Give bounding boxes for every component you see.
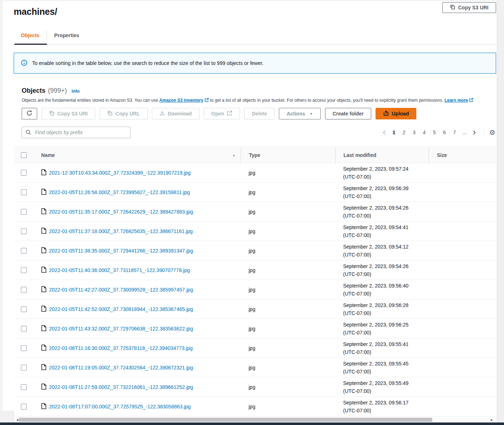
object-name-link[interactable]: 2022-01-05T11:35:17.000Z_37.726422629_-1… xyxy=(49,209,193,215)
download-button[interactable]: Download xyxy=(152,108,200,119)
object-modified-date: September 2, 2023, 09:56:25 xyxy=(343,321,408,329)
vertical-scrollbar[interactable] xyxy=(497,0,504,423)
scroll-right-arrow-icon[interactable]: ► xyxy=(489,418,495,422)
gear-icon: ⚙ xyxy=(489,129,495,136)
object-size xyxy=(429,260,496,280)
pagination-page-1[interactable]: 1 xyxy=(390,130,398,135)
pagination-page-2[interactable]: 2 xyxy=(400,130,408,135)
object-last-modified: September 2, 2023, 09:55:41 (UTC-07:00) xyxy=(335,338,429,358)
row-checkbox[interactable] xyxy=(21,189,27,195)
select-all-checkbox[interactable] xyxy=(21,152,27,158)
object-modified-timezone: (UTC-07:00) xyxy=(343,290,371,298)
file-icon xyxy=(41,189,47,196)
object-name-link[interactable]: 2022-01-06T11:16:30.000Z_37.725378118_-1… xyxy=(49,345,193,351)
objects-panel-header: Objects (999+) Info Objects are the fund… xyxy=(14,87,496,138)
tab-properties[interactable]: Properties xyxy=(47,32,86,38)
search-input[interactable] xyxy=(22,127,131,138)
object-name-link[interactable]: 2022-01-05T11:38:35.000Z_37.729441266_-1… xyxy=(49,248,193,254)
object-modified-date: September 2, 2023, 09:56:39 xyxy=(343,184,408,192)
copy-icon xyxy=(107,110,113,117)
row-checkbox[interactable] xyxy=(21,267,27,273)
search-box xyxy=(22,127,131,138)
copy-s3-uri-header-label: Copy S3 URI xyxy=(458,5,488,10)
object-name-link[interactable]: 2022-01-05T11:42:52.000Z_37.730818944_-1… xyxy=(49,306,193,312)
tab-objects[interactable]: Objects xyxy=(14,32,47,38)
object-name-link[interactable]: 2022-01-05T11:37:18.000Z_37.726825635_-1… xyxy=(49,228,193,234)
row-checkbox[interactable] xyxy=(21,287,27,293)
external-link-icon xyxy=(469,98,473,103)
horizontal-scrollbar-thumb[interactable] xyxy=(19,418,432,422)
object-modified-timezone: (UTC-07:00) xyxy=(343,231,371,239)
object-name-link[interactable]: 2022-01-06T11:27:59.000Z_37.732216061_-1… xyxy=(49,384,193,390)
upload-button[interactable]: Upload xyxy=(376,108,416,119)
row-checkbox[interactable] xyxy=(21,306,27,312)
download-icon xyxy=(159,110,165,117)
learn-more-link[interactable]: Learn more xyxy=(444,98,468,103)
row-checkbox[interactable] xyxy=(21,326,27,332)
copy-url-button[interactable]: Copy URL xyxy=(100,108,148,119)
object-name-link[interactable]: 2022-01-05T11:26:58.000Z_37.723995827_-1… xyxy=(49,189,190,195)
object-size xyxy=(429,202,496,222)
object-type: jpg xyxy=(241,299,335,319)
refresh-button[interactable] xyxy=(22,108,37,119)
table-row: 2022-01-05T11:35:17.000Z_37.726422629_-1… xyxy=(14,202,496,222)
caret-down-icon: ▼ xyxy=(310,112,313,116)
object-modified-timezone: (UTC-07:00) xyxy=(343,192,371,200)
object-size xyxy=(429,222,496,241)
copy-s3-uri-header-button[interactable]: Copy S3 URI xyxy=(442,2,496,13)
object-name-link[interactable]: 2022-01-05T11:40:36.000Z_37.73118571_-12… xyxy=(49,267,190,273)
object-name-link[interactable]: 2022-01-08T17:07:00.000Z_37.72579525_-12… xyxy=(49,404,190,409)
pagination-page-6[interactable]: 6 xyxy=(441,130,448,135)
actions-dropdown-button[interactable]: Actions ▼ xyxy=(279,108,320,119)
row-checkbox[interactable] xyxy=(21,384,27,390)
tab-properties-label: Properties xyxy=(54,32,79,38)
object-size xyxy=(429,319,496,338)
window-edge-left xyxy=(0,0,3,423)
object-name-link[interactable]: 2022-01-05T11:42:27.000Z_37.730099528_-1… xyxy=(49,287,193,293)
object-size xyxy=(429,377,496,397)
copy-s3-uri-button[interactable]: Copy S3 URI xyxy=(41,108,95,119)
preferences-button[interactable]: ⚙ xyxy=(488,128,496,137)
object-name-link[interactable]: 2021-12-30T10:43:34.000Z_37.72324399_-12… xyxy=(49,170,190,176)
row-checkbox[interactable] xyxy=(21,248,27,254)
info-link[interactable]: Info xyxy=(72,89,80,94)
amazon-s3-inventory-link[interactable]: Amazon S3 inventory xyxy=(159,98,203,103)
pagination-previous-button[interactable] xyxy=(380,130,389,135)
row-checkbox[interactable] xyxy=(21,345,27,351)
delete-button[interactable]: Delete xyxy=(244,108,275,119)
object-size xyxy=(429,397,496,416)
object-modified-timezone: (UTC-07:00) xyxy=(343,309,371,317)
bottom-dark-bar xyxy=(0,422,504,425)
open-button[interactable]: Open xyxy=(204,108,240,119)
info-icon xyxy=(21,60,27,67)
horizontal-scrollbar[interactable]: ◄ ► xyxy=(14,417,496,423)
object-last-modified: September 2, 2023, 09:56:40 (UTC-07:00) xyxy=(335,280,429,299)
pagination-next-button[interactable] xyxy=(470,130,479,135)
copy-icon xyxy=(450,4,455,11)
create-folder-button[interactable]: Create folder xyxy=(325,108,371,119)
table-row: 2021-12-30T10:43:34.000Z_37.72324399_-12… xyxy=(14,163,496,183)
row-checkbox[interactable] xyxy=(21,228,27,234)
object-size xyxy=(429,358,496,377)
object-last-modified: September 2, 2023, 09:54:26 (UTC-07:00) xyxy=(335,260,429,280)
table-row: 2022-01-05T11:42:27.000Z_37.730099528_-1… xyxy=(14,280,496,299)
table-row: 2022-01-06T11:16:30.000Z_37.725378118_-1… xyxy=(14,338,496,358)
pagination-page-5[interactable]: 5 xyxy=(431,130,438,135)
row-checkbox[interactable] xyxy=(21,404,27,409)
object-size xyxy=(429,163,496,183)
row-checkbox[interactable] xyxy=(21,209,27,215)
object-modified-date: September 2, 2023, 09:56:28 xyxy=(343,301,408,309)
sort-ascending-icon: ▲ xyxy=(232,153,236,157)
actions-label: Actions xyxy=(286,111,305,117)
page-title: machines/ xyxy=(14,6,57,17)
row-checkbox[interactable] xyxy=(21,365,27,371)
object-name-link[interactable]: 2022-01-05T11:43:32.000Z_37.729706638_-1… xyxy=(49,326,193,332)
row-checkbox[interactable] xyxy=(21,170,27,176)
table-row: 2022-01-05T11:43:32.000Z_37.729706638_-1… xyxy=(14,319,496,338)
pagination-page-7[interactable]: 7 xyxy=(451,130,458,135)
file-icon xyxy=(41,325,47,332)
pagination-page-3[interactable]: 3 xyxy=(411,130,418,135)
pagination-page-4[interactable]: 4 xyxy=(421,130,428,135)
table-row: 2022-01-05T11:42:52.000Z_37.730818944_-1… xyxy=(14,299,496,319)
object-name-link[interactable]: 2022-01-06T11:19:05.000Z_37.724302564_-1… xyxy=(49,365,193,371)
